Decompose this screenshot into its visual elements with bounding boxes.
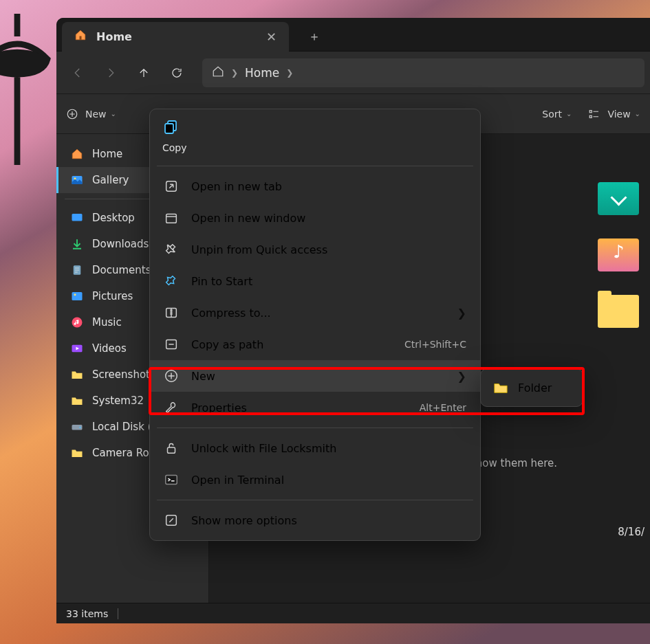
new-submenu: Folder bbox=[480, 368, 583, 407]
copy-icon[interactable] bbox=[162, 119, 179, 138]
svg-point-14 bbox=[79, 427, 80, 428]
sidebar-label: Videos bbox=[92, 342, 127, 355]
navigation-bar: ❯ Home ❯ bbox=[56, 52, 650, 94]
properties-icon bbox=[164, 400, 179, 415]
desktop-icon bbox=[70, 211, 84, 225]
svg-rect-9 bbox=[72, 292, 83, 300]
pin-icon bbox=[164, 274, 179, 289]
ctx-label: Unlock with File Locksmith bbox=[191, 442, 336, 455]
new-label: New bbox=[85, 109, 107, 120]
svg-rect-16 bbox=[165, 124, 173, 133]
ctx-unpin-quick-access[interactable]: Unpin from Quick access bbox=[150, 234, 480, 265]
file-date: 8/16/ bbox=[618, 526, 644, 538]
home-icon bbox=[70, 147, 84, 161]
divider bbox=[118, 608, 118, 619]
svg-point-6 bbox=[74, 177, 76, 179]
status-bar: 33 items bbox=[56, 603, 650, 623]
ctx-label: Copy as path bbox=[191, 338, 263, 351]
new-icon bbox=[164, 368, 179, 384]
folder-icon bbox=[70, 394, 84, 408]
home-icon bbox=[74, 29, 87, 44]
document-icon bbox=[70, 263, 84, 277]
new-tab-icon bbox=[164, 179, 179, 194]
sort-button[interactable]: Sort⌄ bbox=[542, 109, 572, 120]
ctx-label: Open in new tab bbox=[191, 180, 282, 193]
svg-rect-7 bbox=[72, 214, 83, 221]
breadcrumb-current: Home bbox=[245, 66, 279, 80]
copy-label: Copy bbox=[162, 142, 187, 153]
ctx-label: Compress to... bbox=[191, 307, 271, 320]
sidebar-label: Home bbox=[92, 148, 122, 160]
ctx-label: Open in new window bbox=[191, 212, 305, 225]
separator bbox=[157, 166, 473, 166]
up-button[interactable] bbox=[128, 58, 160, 87]
sidebar-label: Desktop bbox=[92, 212, 135, 224]
separator bbox=[157, 500, 473, 500]
ctx-unlock-filelocksmith[interactable]: Unlock with File Locksmith bbox=[150, 432, 480, 464]
ctx-label: New bbox=[191, 370, 215, 383]
chevron-right-icon: ❯ bbox=[231, 68, 238, 78]
chevron-right-icon: ❯ bbox=[457, 307, 466, 320]
more-icon bbox=[164, 513, 179, 528]
ctx-open-new-window[interactable]: Open in new window bbox=[150, 202, 480, 234]
ctx-copy-as-path[interactable]: Copy as pathCtrl+Shift+C bbox=[150, 329, 480, 360]
sidebar-label: Downloads bbox=[92, 238, 149, 250]
ctx-label: Show more options bbox=[191, 514, 297, 527]
new-button[interactable]: New⌄ bbox=[66, 108, 116, 120]
quick-downloads-folder[interactable] bbox=[598, 182, 639, 215]
pictures-icon bbox=[70, 289, 84, 303]
sidebar-label: System32 bbox=[92, 395, 144, 407]
submenu-folder[interactable]: Folder bbox=[481, 373, 583, 402]
forward-button[interactable] bbox=[95, 58, 127, 87]
lock-icon bbox=[164, 441, 179, 456]
sort-label: Sort bbox=[542, 109, 562, 120]
chevron-right-icon[interactable]: ❯ bbox=[286, 68, 293, 78]
music-icon bbox=[70, 315, 84, 329]
unpin-icon bbox=[164, 242, 179, 257]
view-button[interactable]: View⌄ bbox=[588, 108, 640, 120]
shortcut: Alt+Enter bbox=[420, 402, 466, 413]
ctx-label: Unpin from Quick access bbox=[191, 243, 327, 256]
sidebar-label: Gallery bbox=[92, 174, 129, 186]
home-breadcrumb-icon bbox=[212, 65, 224, 80]
ctx-properties[interactable]: PropertiesAlt+Enter bbox=[150, 392, 480, 423]
new-tab-button[interactable]: ＋ bbox=[308, 28, 321, 45]
ctx-open-terminal[interactable]: Open in Terminal bbox=[150, 464, 480, 496]
ctx-label: Open in Terminal bbox=[191, 474, 284, 487]
tab-bar: Home ✕ ＋ bbox=[56, 18, 650, 52]
sidebar-label: Pictures bbox=[92, 290, 133, 302]
ctx-show-more-options[interactable]: Show more options bbox=[150, 504, 480, 536]
quick-music-folder[interactable] bbox=[598, 238, 639, 271]
tab-home[interactable]: Home ✕ bbox=[62, 22, 289, 52]
ctx-label: Pin to Start bbox=[191, 275, 252, 288]
desktop-lamp-decoration bbox=[0, 14, 55, 165]
folder-icon bbox=[493, 380, 508, 395]
svg-rect-22 bbox=[168, 447, 175, 453]
ctx-label: Properties bbox=[191, 401, 247, 414]
ctx-new[interactable]: New❯ bbox=[150, 360, 480, 392]
view-label: View bbox=[607, 109, 630, 120]
back-button[interactable] bbox=[62, 58, 94, 87]
item-count: 33 items bbox=[66, 608, 108, 619]
tab-title: Home bbox=[96, 30, 132, 43]
refresh-button[interactable] bbox=[161, 58, 193, 87]
shortcut: Ctrl+Shift+C bbox=[404, 339, 466, 350]
submenu-label: Folder bbox=[518, 381, 552, 395]
folder-icon bbox=[70, 446, 84, 460]
sidebar-label: Camera Roll bbox=[92, 447, 155, 459]
folder-icon bbox=[70, 368, 84, 381]
close-tab-icon[interactable]: ✕ bbox=[266, 30, 277, 44]
terminal-icon bbox=[164, 472, 179, 487]
download-icon bbox=[70, 237, 84, 251]
ctx-open-new-tab[interactable]: Open in new tab bbox=[150, 170, 480, 202]
ctx-pin-start[interactable]: Pin to Start bbox=[150, 265, 480, 297]
svg-rect-23 bbox=[166, 476, 177, 485]
svg-rect-3 bbox=[590, 110, 592, 112]
address-bar[interactable]: ❯ Home ❯ bbox=[202, 58, 644, 87]
ctx-compress[interactable]: Compress to...❯ bbox=[150, 297, 480, 329]
sidebar-label: Music bbox=[92, 316, 122, 329]
sidebar-label: Screenshots bbox=[92, 368, 155, 381]
context-menu: Copy Open in new tab Open in new window … bbox=[149, 109, 481, 541]
separator bbox=[157, 428, 473, 428]
quick-folder[interactable] bbox=[598, 295, 639, 328]
